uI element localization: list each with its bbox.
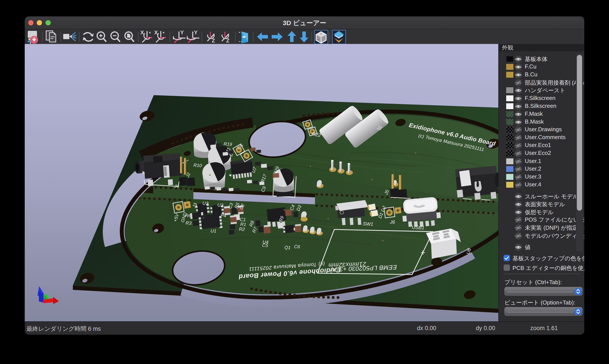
svg-text:R19: R19 xyxy=(224,141,232,147)
svg-text:R2: R2 xyxy=(239,226,245,232)
svg-text:Y: Y xyxy=(180,29,184,35)
svg-text:R10: R10 xyxy=(193,163,202,168)
svg-text:R3: R3 xyxy=(185,220,192,225)
svg-text:U1: U1 xyxy=(210,228,217,234)
svg-text:P4: P4 xyxy=(220,213,226,218)
svg-text:J6: J6 xyxy=(389,219,395,225)
svg-text:C6: C6 xyxy=(294,244,300,249)
svg-text:J4: J4 xyxy=(174,183,179,189)
svg-text:C5: C5 xyxy=(262,243,268,248)
svg-text:X: X xyxy=(141,29,144,35)
svg-text:R6: R6 xyxy=(185,213,191,218)
svg-text:SW1: SW1 xyxy=(363,221,373,227)
svg-text:R1: R1 xyxy=(240,221,246,227)
svg-text:U3: U3 xyxy=(202,201,208,206)
svg-text:Q1: Q1 xyxy=(284,245,291,250)
svg-text:USB1: USB1 xyxy=(412,224,425,231)
svg-text:C1: C1 xyxy=(240,217,246,222)
svg-text:+: + xyxy=(420,248,426,257)
svg-text:U2: U2 xyxy=(217,202,223,208)
